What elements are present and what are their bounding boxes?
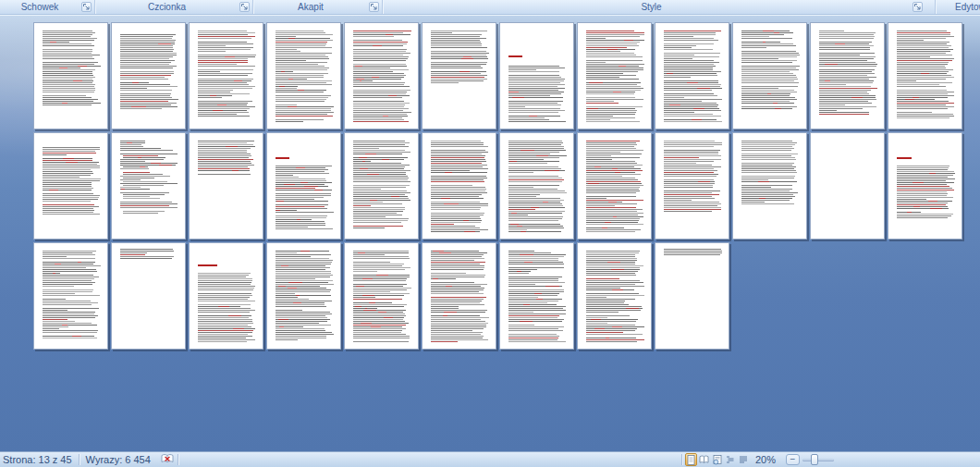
page-thumbnail[interactable] xyxy=(732,132,807,240)
page-thumbnail[interactable] xyxy=(33,22,108,129)
dialog-launcher-icon[interactable] xyxy=(369,2,379,12)
greeked-text-line xyxy=(586,144,637,145)
greeked-text-line xyxy=(431,150,485,151)
greeked-text-line xyxy=(508,181,562,182)
greeked-text-line xyxy=(43,153,96,154)
greeked-text-line xyxy=(897,193,948,194)
greeked-text-line xyxy=(741,198,792,199)
greeked-text-line xyxy=(431,47,487,48)
page-indicator[interactable]: Strona: 13 z 45 xyxy=(0,454,79,465)
greeked-text-line xyxy=(897,95,954,96)
draft-icon[interactable] xyxy=(737,453,749,466)
page-thumbnail[interactable] xyxy=(577,132,652,240)
document-map[interactable] xyxy=(0,16,980,451)
greeked-text-line xyxy=(353,328,406,329)
greeked-text-line xyxy=(353,278,407,279)
greeked-text-line xyxy=(276,267,330,268)
greeked-text-line xyxy=(353,92,407,92)
greeked-text-line xyxy=(819,38,874,39)
greeked-text-line xyxy=(120,55,177,55)
page-thumbnail[interactable] xyxy=(499,132,574,240)
greeked-text-line xyxy=(897,51,950,52)
greeked-text-line xyxy=(741,144,795,145)
dialog-launcher-icon[interactable] xyxy=(913,2,923,12)
greeked-text-line xyxy=(198,148,251,149)
greeked-text-line xyxy=(664,142,722,143)
greeked-text-line xyxy=(586,304,629,305)
page-thumbnail[interactable] xyxy=(577,242,652,350)
greeked-text-line xyxy=(741,42,780,43)
greeked-text-line xyxy=(508,312,533,313)
page-thumbnail[interactable] xyxy=(499,22,574,129)
page-thumbnail[interactable] xyxy=(422,132,496,240)
greeked-text-line xyxy=(276,299,309,300)
page-thumbnail[interactable] xyxy=(655,132,729,240)
page-thumbnail[interactable] xyxy=(266,22,341,129)
proofing-errors-book-icon[interactable] xyxy=(157,453,178,466)
greeked-text-line xyxy=(43,328,59,329)
greeked-text-line xyxy=(43,319,67,320)
greeked-text-line xyxy=(276,328,325,329)
page-thumbnail[interactable] xyxy=(422,22,496,129)
page-thumbnail[interactable] xyxy=(33,132,108,240)
greeked-text-line xyxy=(508,69,536,70)
zoom-level[interactable]: 20% xyxy=(752,454,779,465)
page-thumbnail[interactable] xyxy=(888,132,962,240)
greeked-text-line xyxy=(508,141,562,141)
full-screen-reading-icon[interactable] xyxy=(698,453,710,466)
greeked-text-line xyxy=(120,150,173,151)
word-count[interactable]: Wyrazy: 6 454 xyxy=(80,454,157,465)
greeked-text-line xyxy=(43,177,80,178)
greeked-text-line xyxy=(741,187,771,188)
greeked-text-line xyxy=(198,168,250,169)
greeked-text-line xyxy=(897,97,948,98)
greeked-text-line xyxy=(586,293,639,294)
greeked-text-line xyxy=(431,55,486,55)
greeked-text-line xyxy=(586,34,644,35)
greeked-text-line xyxy=(43,104,92,105)
page-thumbnail[interactable] xyxy=(499,242,574,350)
page-thumbnail[interactable] xyxy=(655,242,729,350)
greeked-text-line xyxy=(431,203,488,204)
greeked-text-line xyxy=(819,82,873,83)
page-thumbnail[interactable] xyxy=(266,242,341,350)
page-thumbnail[interactable] xyxy=(189,22,263,129)
outline-icon[interactable] xyxy=(724,453,736,466)
web-layout-icon[interactable] xyxy=(711,453,723,466)
zoom-slider-thumb[interactable] xyxy=(811,454,818,465)
greeked-text-line xyxy=(508,277,562,277)
page-thumbnail[interactable] xyxy=(655,22,729,129)
greeked-text-line xyxy=(586,301,625,301)
zoom-out-button[interactable]: − xyxy=(786,454,800,465)
dialog-launcher-icon[interactable] xyxy=(81,2,92,12)
page-thumbnail[interactable] xyxy=(422,242,496,350)
greeked-text-line xyxy=(43,256,67,257)
page-thumbnail[interactable] xyxy=(111,132,186,240)
page-thumbnail[interactable] xyxy=(111,242,186,350)
greeked-text-line xyxy=(353,325,406,326)
page-thumbnail[interactable] xyxy=(732,22,807,129)
page-thumbnail[interactable] xyxy=(810,132,885,240)
page-thumbnail[interactable] xyxy=(344,242,419,350)
page-thumbnail[interactable] xyxy=(111,22,186,129)
page-thumbnail[interactable] xyxy=(577,22,652,129)
page-thumbnail[interactable] xyxy=(189,242,263,350)
greeked-text-line xyxy=(276,334,334,335)
greeked-text-line xyxy=(897,49,953,50)
page-thumbnail[interactable] xyxy=(810,22,885,129)
greeked-text-line xyxy=(353,161,371,162)
greeked-text-line xyxy=(120,53,177,54)
greeked-text-line xyxy=(276,53,332,54)
greeked-text-line xyxy=(508,254,566,255)
page-thumbnail[interactable] xyxy=(344,132,419,240)
greeked-text-line xyxy=(741,88,778,89)
page-thumbnail[interactable] xyxy=(33,242,108,350)
page-thumbnail[interactable] xyxy=(344,22,419,129)
page-thumbnail[interactable] xyxy=(888,22,962,129)
page-thumbnail[interactable] xyxy=(189,132,263,240)
greeked-text-line xyxy=(431,75,487,76)
print-layout-icon[interactable] xyxy=(685,453,697,466)
page-thumbnail[interactable] xyxy=(266,132,341,240)
dialog-launcher-icon[interactable] xyxy=(239,2,250,12)
zoom-slider-track[interactable] xyxy=(802,459,834,461)
